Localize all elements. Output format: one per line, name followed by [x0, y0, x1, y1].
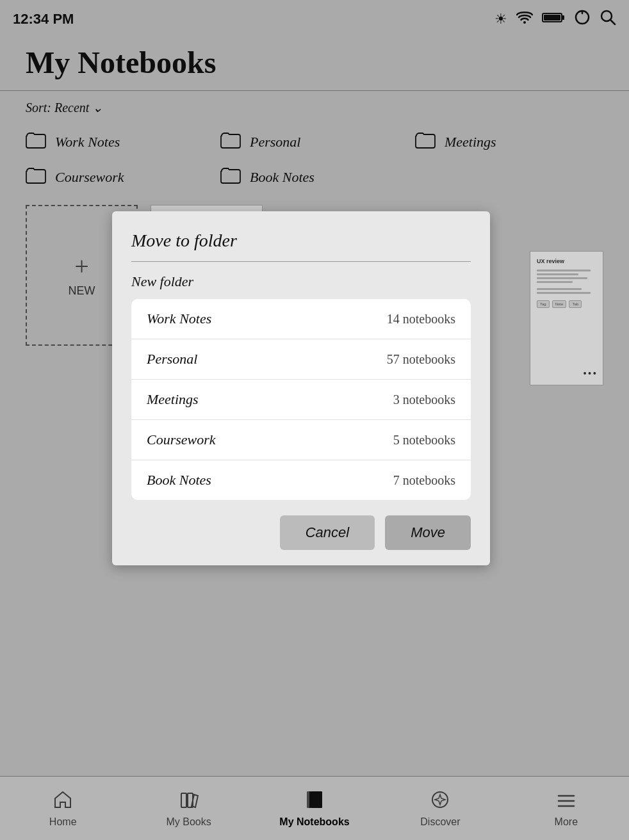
folder-list-count: 3 notebooks — [393, 392, 455, 407]
folder-list-item-personal[interactable]: Personal 57 notebooks — [131, 339, 471, 380]
folder-list-name: Book Notes — [147, 472, 211, 489]
dialog-divider — [131, 261, 471, 262]
folder-list-item-book-notes[interactable]: Book Notes 7 notebooks — [131, 460, 471, 500]
folder-list-count: 7 notebooks — [393, 473, 455, 488]
folder-list-name: Personal — [147, 351, 197, 368]
move-button[interactable]: Move — [385, 515, 471, 550]
folder-list-item-coursework[interactable]: Coursework 5 notebooks — [131, 420, 471, 460]
move-to-folder-dialog: Move to folder New folder Work Notes 14 … — [112, 211, 490, 565]
cancel-button[interactable]: Cancel — [280, 515, 375, 550]
dialog-buttons: Cancel Move — [131, 515, 471, 550]
folder-list-name: Meetings — [147, 391, 199, 408]
folder-list-count: 57 notebooks — [387, 352, 455, 367]
folder-list-name: Coursework — [147, 432, 216, 448]
new-folder-option[interactable]: New folder — [131, 273, 471, 290]
folder-list-item-work-notes[interactable]: Work Notes 14 notebooks — [131, 299, 471, 339]
folder-list-card: Work Notes 14 notebooks Personal 57 note… — [131, 299, 471, 500]
folder-list-count: 14 notebooks — [387, 312, 455, 327]
dialog-title: Move to folder — [131, 230, 471, 251]
folder-list-item-meetings[interactable]: Meetings 3 notebooks — [131, 380, 471, 420]
folder-list-count: 5 notebooks — [393, 433, 455, 448]
folder-list-name: Work Notes — [147, 311, 211, 327]
